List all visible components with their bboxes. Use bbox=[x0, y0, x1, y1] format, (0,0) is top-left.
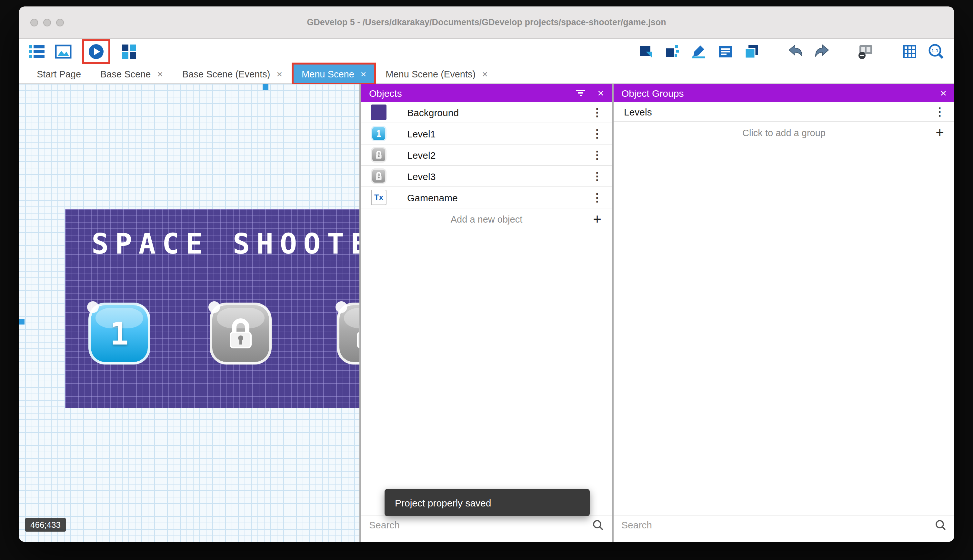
lock-icon bbox=[375, 172, 383, 181]
toast-notification: Project properly saved bbox=[385, 489, 590, 516]
object-groups-panel: Object Groups × Levels ⋮ Click to add a … bbox=[614, 84, 954, 542]
level1-button[interactable]: 1 bbox=[88, 303, 150, 365]
zoom-reset-button[interactable]: 1:1 bbox=[927, 43, 945, 61]
locked-object-icon bbox=[371, 168, 387, 184]
close-tab-icon[interactable]: × bbox=[157, 68, 163, 79]
add-group-row[interactable]: Click to add a group + bbox=[614, 122, 954, 143]
grid-button[interactable] bbox=[901, 43, 919, 61]
zoom-level-label: 1:1 bbox=[931, 48, 938, 53]
lock-icon bbox=[353, 317, 359, 350]
objects-panel-header: Objects × bbox=[362, 84, 611, 102]
close-tab-icon[interactable]: × bbox=[482, 68, 488, 79]
close-tab-icon[interactable]: × bbox=[361, 68, 367, 79]
zoom-window-button[interactable] bbox=[56, 19, 64, 27]
close-panel-icon[interactable]: × bbox=[940, 87, 946, 98]
background-object-icon bbox=[371, 105, 387, 120]
tab-label: Base Scene bbox=[100, 69, 151, 79]
objects-panel-title: Objects bbox=[369, 87, 564, 98]
object-name: Level1 bbox=[407, 128, 591, 139]
tab-start-page[interactable]: Start Page bbox=[29, 65, 89, 83]
add-group-label: Click to add a group bbox=[614, 127, 954, 138]
window-title: GDevelop 5 - /Users/dkarakay/Documents/G… bbox=[19, 7, 954, 39]
scene-editor-button[interactable] bbox=[54, 43, 72, 61]
titlebar[interactable]: GDevelop 5 - /Users/dkarakay/Documents/G… bbox=[19, 7, 954, 39]
add-group-plus-icon[interactable]: + bbox=[936, 125, 944, 140]
level1-object-icon: 1 bbox=[371, 126, 387, 141]
instance-origin-handle bbox=[208, 301, 220, 313]
groups-search-input[interactable] bbox=[621, 519, 935, 530]
object-name: Level2 bbox=[407, 149, 591, 160]
preview-button[interactable] bbox=[87, 43, 105, 61]
kebab-menu-icon[interactable]: ⋮ bbox=[591, 127, 603, 140]
search-icon[interactable] bbox=[592, 519, 604, 531]
object-row-gamename[interactable]: Tx Gamename ⋮ bbox=[362, 187, 611, 208]
object-groups-editor-button[interactable] bbox=[663, 43, 681, 61]
close-tab-icon[interactable]: × bbox=[277, 68, 282, 79]
object-groups-icon bbox=[665, 44, 680, 59]
main-area: SPACE SHOOTER 1 bbox=[19, 84, 954, 542]
level2-button-locked[interactable] bbox=[210, 303, 272, 365]
group-name: Levels bbox=[624, 106, 934, 117]
object-row-level3[interactable]: Level3 ⋮ bbox=[362, 166, 611, 187]
ruler-handle-top[interactable] bbox=[263, 84, 268, 90]
properties-button[interactable] bbox=[690, 43, 708, 61]
kebab-menu-icon[interactable]: ⋮ bbox=[591, 191, 603, 204]
undo-button[interactable] bbox=[786, 43, 805, 61]
objects-editor-button[interactable] bbox=[637, 43, 655, 61]
tab-base-scene[interactable]: Base Scene × bbox=[93, 65, 171, 83]
kebab-menu-icon[interactable]: ⋮ bbox=[591, 105, 603, 119]
scene-title: SPACE SHOOTER bbox=[65, 227, 359, 260]
objects-panel: Objects × Background ⋮ 1 Level1 bbox=[362, 84, 611, 542]
kebab-menu-icon[interactable]: ⋮ bbox=[591, 148, 603, 162]
mask-toggle-button[interactable] bbox=[857, 43, 875, 61]
search-icon[interactable] bbox=[935, 519, 946, 531]
add-object-label: Add a new object bbox=[362, 214, 611, 224]
debugger-icon bbox=[121, 43, 137, 60]
level3-button-locked[interactable] bbox=[337, 303, 359, 365]
objects-panel-empty-space bbox=[362, 230, 611, 515]
instances-list-button[interactable] bbox=[716, 43, 734, 61]
text-object-icon: Tx bbox=[371, 190, 387, 205]
scene-preview[interactable]: SPACE SHOOTER 1 bbox=[65, 209, 359, 408]
ruler-handle-left[interactable] bbox=[19, 319, 25, 325]
object-row-level2[interactable]: Level2 ⋮ bbox=[362, 145, 611, 166]
toolbar: 1:1 bbox=[19, 39, 954, 65]
group-row-levels[interactable]: Levels ⋮ bbox=[614, 102, 954, 122]
instance-origin-handle bbox=[87, 301, 99, 313]
close-window-button[interactable] bbox=[30, 19, 38, 27]
scene-canvas[interactable]: SPACE SHOOTER 1 bbox=[19, 84, 359, 542]
minimize-window-button[interactable] bbox=[43, 19, 51, 27]
tab-menu-scene-events[interactable]: Menu Scene (Events) × bbox=[378, 65, 495, 83]
project-manager-button[interactable] bbox=[28, 43, 46, 61]
lock-icon bbox=[375, 150, 383, 159]
lock-icon bbox=[227, 317, 255, 350]
screen: GDevelop 5 - /Users/dkarakay/Documents/G… bbox=[0, 0, 973, 560]
tab-menu-scene[interactable]: Menu Scene × bbox=[294, 65, 374, 83]
add-object-row[interactable]: Add a new object + bbox=[362, 208, 611, 230]
groups-panel-title: Object Groups bbox=[621, 87, 928, 98]
close-panel-icon[interactable]: × bbox=[598, 87, 604, 98]
kebab-menu-icon[interactable]: ⋮ bbox=[591, 169, 603, 183]
redo-icon bbox=[814, 44, 830, 59]
objects-search-input[interactable] bbox=[369, 519, 592, 530]
kebab-menu-icon[interactable]: ⋮ bbox=[934, 105, 945, 118]
toolbar-left-group bbox=[28, 39, 138, 64]
tab-label: Start Page bbox=[37, 69, 81, 79]
undo-icon bbox=[787, 44, 804, 59]
object-row-level1[interactable]: 1 Level1 ⋮ bbox=[362, 123, 611, 145]
scene-editor-icon bbox=[55, 43, 72, 60]
groups-search-bar bbox=[614, 515, 954, 534]
object-row-background[interactable]: Background ⋮ bbox=[362, 102, 611, 123]
toolbar-right-group: 1:1 bbox=[637, 43, 945, 61]
layers-editor-button[interactable] bbox=[743, 43, 761, 61]
project-manager-icon bbox=[28, 43, 45, 60]
redo-button[interactable] bbox=[813, 43, 831, 61]
tab-base-scene-events[interactable]: Base Scene (Events) × bbox=[175, 65, 290, 83]
level1-number: 1 bbox=[110, 315, 129, 352]
groups-panel-header: Object Groups × bbox=[614, 84, 954, 102]
instances-list-icon bbox=[718, 44, 733, 59]
filter-button[interactable] bbox=[576, 88, 586, 97]
debugger-button[interactable] bbox=[120, 43, 138, 61]
add-object-plus-icon[interactable]: + bbox=[593, 212, 601, 226]
tab-bar: Start Page Base Scene × Base Scene (Even… bbox=[19, 65, 954, 84]
